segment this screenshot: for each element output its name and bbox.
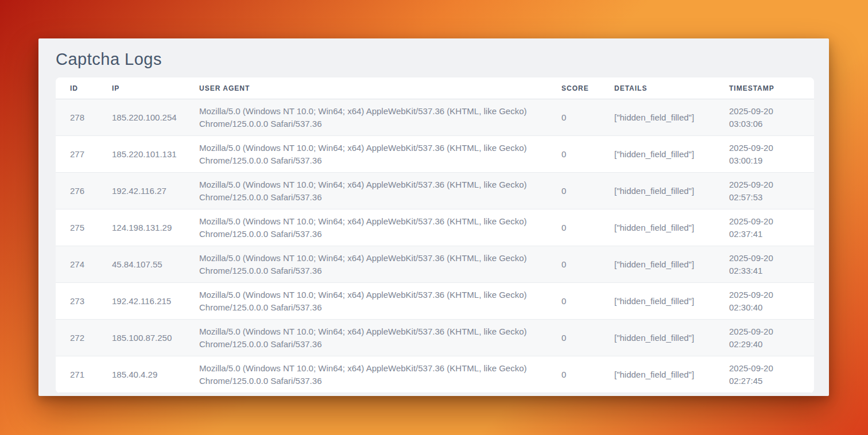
cell-id: 276 <box>56 173 98 209</box>
table-row: 278 185.220.100.254 Mozilla/5.0 (Windows… <box>56 99 814 136</box>
header-row: ID IP USER AGENT SCORE DETAILS TIMESTAMP <box>56 77 814 99</box>
column-header-timestamp: TIMESTAMP <box>715 77 814 99</box>
cell-timestamp: 2025-09-20 02:37:41 <box>715 209 814 246</box>
table-row: 275 124.198.131.29 Mozilla/5.0 (Windows … <box>56 209 814 246</box>
cell-ip: 185.40.4.29 <box>98 356 185 393</box>
column-header-details: DETAILS <box>600 77 715 99</box>
cell-score: 0 <box>547 356 600 393</box>
cell-details: ["hidden_field_filled"] <box>600 99 715 136</box>
cell-details: ["hidden_field_filled"] <box>600 246 715 283</box>
cell-score: 0 <box>547 320 600 356</box>
cell-id: 277 <box>56 136 98 173</box>
cell-ip: 192.42.116.215 <box>98 283 185 320</box>
table-row: 276 192.42.116.27 Mozilla/5.0 (Windows N… <box>56 173 814 209</box>
cell-details: ["hidden_field_filled"] <box>600 283 715 320</box>
cell-ip: 45.84.107.55 <box>98 246 185 283</box>
cell-score: 0 <box>547 209 600 246</box>
table-row: 271 185.40.4.29 Mozilla/5.0 (Windows NT … <box>56 356 814 393</box>
log-table-body: 278 185.220.100.254 Mozilla/5.0 (Windows… <box>56 99 814 393</box>
column-header-ip: IP <box>98 77 185 99</box>
cell-details: ["hidden_field_filled"] <box>600 209 715 246</box>
cell-timestamp: 2025-09-20 02:29:40 <box>715 320 814 356</box>
cell-ip: 124.198.131.29 <box>98 209 185 246</box>
captcha-logs-card: Captcha Logs ID IP USER AGENT SCORE <box>38 38 829 396</box>
cell-timestamp: 2025-09-20 02:30:40 <box>715 283 814 320</box>
cell-details: ["hidden_field_filled"] <box>600 173 715 209</box>
cell-user-agent: Mozilla/5.0 (Windows NT 10.0; Win64; x64… <box>185 209 547 246</box>
cell-user-agent: Mozilla/5.0 (Windows NT 10.0; Win64; x64… <box>185 356 547 393</box>
cell-score: 0 <box>547 99 600 136</box>
cell-id: 273 <box>56 283 98 320</box>
cell-timestamp: 2025-09-20 02:57:53 <box>715 173 814 209</box>
cell-details: ["hidden_field_filled"] <box>600 356 715 393</box>
cell-score: 0 <box>547 246 600 283</box>
cell-ip: 185.220.100.254 <box>98 99 185 136</box>
column-header-user-agent: USER AGENT <box>185 77 547 99</box>
cell-details: ["hidden_field_filled"] <box>600 136 715 173</box>
page-title: Captcha Logs <box>38 38 829 77</box>
cell-details: ["hidden_field_filled"] <box>600 320 715 356</box>
table-row: 277 185.220.101.131 Mozilla/5.0 (Windows… <box>56 136 814 173</box>
cell-ip: 192.42.116.27 <box>98 173 185 209</box>
cell-ip: 185.220.101.131 <box>98 136 185 173</box>
cell-id: 272 <box>56 320 98 356</box>
cell-timestamp: 2025-09-20 02:33:41 <box>715 246 814 283</box>
cell-id: 278 <box>56 99 98 136</box>
cell-ip: 185.100.87.250 <box>98 320 185 356</box>
cell-user-agent: Mozilla/5.0 (Windows NT 10.0; Win64; x64… <box>185 173 547 209</box>
table-row: 274 45.84.107.55 Mozilla/5.0 (Windows NT… <box>56 246 814 283</box>
cell-user-agent: Mozilla/5.0 (Windows NT 10.0; Win64; x64… <box>185 136 547 173</box>
cell-timestamp: 2025-09-20 02:27:45 <box>715 356 814 393</box>
cell-timestamp: 2025-09-20 03:00:19 <box>715 136 814 173</box>
log-table-header: ID IP USER AGENT SCORE DETAILS TIMESTAMP <box>56 77 814 99</box>
column-header-id: ID <box>56 77 98 99</box>
cell-user-agent: Mozilla/5.0 (Windows NT 10.0; Win64; x64… <box>185 320 547 356</box>
cell-id: 275 <box>56 209 98 246</box>
log-table-container: ID IP USER AGENT SCORE DETAILS TIMESTAMP… <box>56 77 814 393</box>
cell-score: 0 <box>547 173 600 209</box>
cell-id: 274 <box>56 246 98 283</box>
cell-score: 0 <box>547 136 600 173</box>
page-background: Captcha Logs ID IP USER AGENT SCORE <box>0 0 868 435</box>
table-row: 272 185.100.87.250 Mozilla/5.0 (Windows … <box>56 320 814 356</box>
cell-user-agent: Mozilla/5.0 (Windows NT 10.0; Win64; x64… <box>185 99 547 136</box>
cell-user-agent: Mozilla/5.0 (Windows NT 10.0; Win64; x64… <box>185 283 547 320</box>
column-header-score: SCORE <box>547 77 600 99</box>
cell-score: 0 <box>547 283 600 320</box>
table-row: 273 192.42.116.215 Mozilla/5.0 (Windows … <box>56 283 814 320</box>
log-table: ID IP USER AGENT SCORE DETAILS TIMESTAMP… <box>56 77 814 393</box>
cell-timestamp: 2025-09-20 03:03:06 <box>715 99 814 136</box>
cell-id: 271 <box>56 356 98 393</box>
cell-user-agent: Mozilla/5.0 (Windows NT 10.0; Win64; x64… <box>185 246 547 283</box>
